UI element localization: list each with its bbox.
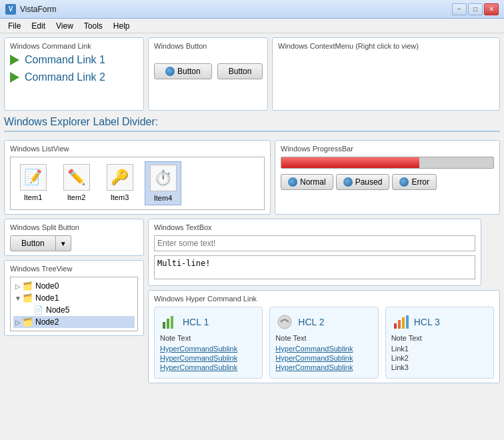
command-link-1-text: Command Link 1 <box>25 54 105 66</box>
progress-fill <box>281 157 419 168</box>
divider-label: Windows Explorer Label Divider: <box>4 116 500 132</box>
hyper-link-2-0[interactable]: Link1 <box>391 345 488 353</box>
hyper-item-1: HCL 2 Note Text HyperCommandSublink Hype… <box>269 307 378 379</box>
hyper-link-0-1[interactable]: HyperCommandSublink <box>160 354 257 362</box>
listview-item-3[interactable]: ⏱️ Item4 <box>145 161 181 205</box>
menu-edit[interactable]: Edit <box>26 20 51 32</box>
titlebar: V VistaForm − □ ✕ <box>0 0 504 19</box>
hyper-link-1-1[interactable]: HyperCommandSublink <box>275 354 372 362</box>
progress-paused-icon <box>343 177 353 187</box>
menubar: File Edit View Tools Help <box>0 19 504 33</box>
hyper-link-0-2[interactable]: HyperCommandSublink <box>160 363 257 371</box>
progress-track <box>281 157 494 169</box>
middle-row: Windows ListView 📝 Item1 ✏️ Item2 🔑 Item… <box>4 140 500 215</box>
hyper-link-1-2[interactable]: HyperCommandSublink <box>275 363 372 371</box>
menu-help[interactable]: Help <box>108 20 135 32</box>
hyper-icon-2 <box>391 313 410 331</box>
titlebar-buttons: − □ ✕ <box>452 3 499 15</box>
listview-item-2[interactable]: 🔑 Item3 <box>101 161 138 205</box>
hyper-link-2-2[interactable]: Link3 <box>391 363 488 371</box>
context-menu-panel-title: Windows ContextMenu (Right click to view… <box>278 42 494 50</box>
treeview-panel: Windows TreeView ▷ 🗂️ Node0 ▼ 🗂️ Node1 <box>4 260 144 336</box>
progress-paused-button[interactable]: Paused <box>336 174 390 190</box>
svg-rect-2 <box>171 316 173 329</box>
listview-icon-1: ✏️ <box>63 164 90 191</box>
menu-file[interactable]: File <box>3 20 26 32</box>
hyper-title-0: HCL 1 <box>183 317 209 327</box>
win-button-2[interactable]: Button <box>217 63 263 79</box>
tree-item-node5[interactable]: 📄 Node5 <box>13 304 135 316</box>
progress-error-button[interactable]: Error <box>392 174 437 190</box>
svg-rect-5 <box>398 320 401 329</box>
listview-icon-2: 🔑 <box>107 164 133 191</box>
minimize-button[interactable]: − <box>452 3 467 15</box>
tree-label-1: Node1 <box>35 293 59 303</box>
progressbar-panel-title: Windows ProgressBar <box>281 145 494 153</box>
listview-panel: Windows ListView 📝 Item1 ✏️ Item2 🔑 Item… <box>4 140 271 215</box>
hyper-item-2: HCL 3 Note Text Link1 Link2 Link3 <box>385 307 494 379</box>
tree-label-2: Node2 <box>35 317 59 327</box>
app-icon: V <box>5 4 16 15</box>
menu-tools[interactable]: Tools <box>79 20 108 32</box>
progress-paused-label: Paused <box>355 177 383 187</box>
progress-normal-icon <box>288 177 297 187</box>
command-link-1[interactable]: Command Link 1 <box>10 54 138 66</box>
hyper-item-0: HCL 1 Note Text HyperCommandSublink Hype… <box>154 307 263 379</box>
hyper-link-0-0[interactable]: HyperCommandSublink <box>160 345 257 353</box>
command-link-2[interactable]: Command Link 2 <box>10 71 138 83</box>
progressbar-panel: Windows ProgressBar Normal Paused Error <box>275 140 500 215</box>
listview-label-1: Item2 <box>67 193 86 201</box>
listview-label-2: Item3 <box>111 193 129 201</box>
split-arrow-button[interactable]: ▼ <box>56 235 71 251</box>
tree-expand-0: ▷ <box>13 283 23 290</box>
listview-item-1[interactable]: ✏️ Item2 <box>58 161 95 205</box>
svg-rect-6 <box>402 317 405 329</box>
hyper-link-1-0[interactable]: HyperCommandSublink <box>275 345 372 353</box>
textbox-single[interactable] <box>154 235 475 251</box>
split-button-wrap: Button ▼ <box>10 235 138 251</box>
command-link-panel-title: Windows Command Link <box>10 42 138 50</box>
tree-item-node0[interactable]: ▷ 🗂️ Node0 <box>13 280 135 292</box>
hyper-title-2: HCL 3 <box>414 317 440 327</box>
progress-error-icon <box>399 177 409 187</box>
hyper-header-2: HCL 3 <box>391 313 488 331</box>
win-button-1-icon <box>165 67 175 76</box>
win-button-1[interactable]: Button <box>154 63 212 79</box>
treeview-panel-title: Windows TreeView <box>10 265 138 273</box>
textbox-multi[interactable]: Multi-line! <box>154 255 475 279</box>
bottom-row: Windows Split Button Button ▼ Windows Tr… <box>4 219 500 383</box>
maximize-button[interactable]: □ <box>468 3 483 15</box>
split-main-button[interactable]: Button <box>10 235 56 251</box>
command-link-2-arrow <box>10 72 19 83</box>
tree-icon-1: 🗂️ <box>23 293 33 303</box>
tree-icon-5: 📄 <box>33 305 43 315</box>
listview-item-0[interactable]: 📝 Item1 <box>15 161 51 205</box>
close-button[interactable]: ✕ <box>484 3 499 15</box>
hyper-header-1: HCL 2 <box>275 313 372 331</box>
tree-label-0: Node0 <box>35 281 59 291</box>
button-panel: Windows Button Button Button <box>148 37 268 111</box>
listview: 📝 Item1 ✏️ Item2 🔑 Item3 ⏱️ Item4 <box>10 157 265 210</box>
main-content: Windows Command Link Command Link 1 Comm… <box>0 33 504 387</box>
hyper-title-1: HCL 2 <box>298 317 324 327</box>
progress-normal-button[interactable]: Normal <box>281 174 333 190</box>
hyper-row: HCL 1 Note Text HyperCommandSublink Hype… <box>154 307 494 379</box>
tree-label-5: Node5 <box>46 305 69 315</box>
menu-view[interactable]: View <box>51 20 79 32</box>
listview-label-3: Item4 <box>154 194 173 202</box>
listview-icon-0: 📝 <box>20 164 47 191</box>
svg-point-3 <box>278 315 291 329</box>
hyper-note-0: Note Text <box>160 334 257 342</box>
win-button-2-label: Button <box>229 67 252 76</box>
tree-item-node2[interactable]: ▷ 🗂️ Node2 <box>13 316 135 328</box>
hyper-note-1: Note Text <box>275 334 372 342</box>
tree-item-node1[interactable]: ▼ 🗂️ Node1 <box>13 292 135 304</box>
textbox-panel: Windows TextBox Multi-line! <box>148 219 481 286</box>
win-button-1-label: Button <box>177 67 201 76</box>
split-panel-title: Windows Split Button <box>10 223 138 231</box>
hyper-link-2-1[interactable]: Link2 <box>391 354 488 362</box>
hyper-icon-1 <box>275 313 294 331</box>
textbox-panel-title: Windows TextBox <box>154 223 475 231</box>
svg-rect-0 <box>163 322 165 329</box>
tree-expand-1: ▼ <box>13 295 23 302</box>
